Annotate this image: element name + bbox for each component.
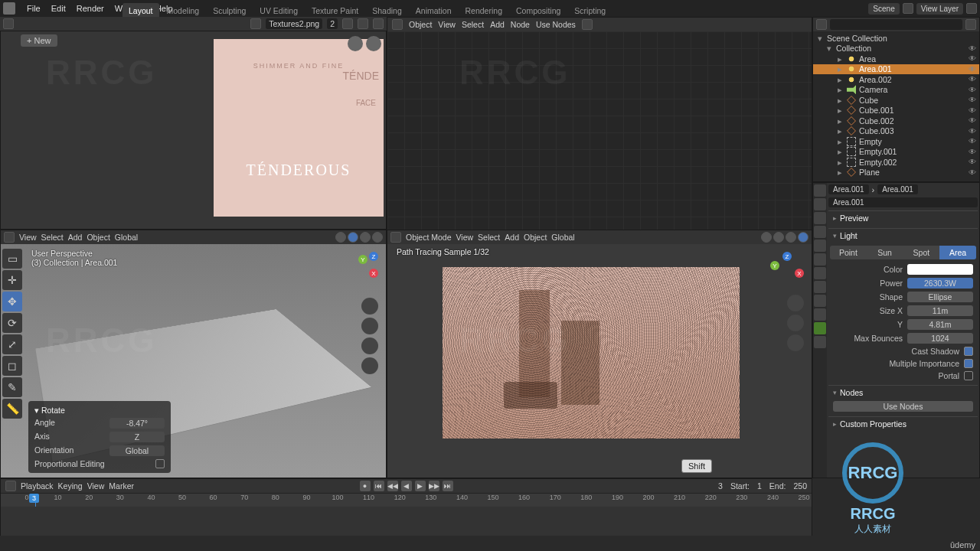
propedit-checkbox[interactable] bbox=[155, 459, 165, 468]
zoom-icon[interactable] bbox=[366, 36, 381, 51]
multiimp-checkbox[interactable] bbox=[964, 359, 973, 368]
camera-icon[interactable] bbox=[361, 337, 378, 354]
jump-start-icon[interactable]: ⏮ bbox=[374, 481, 384, 491]
axis-field[interactable]: Z bbox=[109, 432, 165, 442]
material-tab-icon[interactable] bbox=[814, 336, 826, 348]
unlink-icon[interactable] bbox=[342, 18, 353, 29]
crumb-data[interactable]: Area.001 bbox=[877, 184, 918, 194]
editor-type-icon[interactable] bbox=[392, 19, 403, 30]
datablock-field[interactable]: Area.001 bbox=[828, 197, 978, 207]
vp1-orientation[interactable]: Global bbox=[115, 233, 138, 242]
pin-icon[interactable] bbox=[582, 19, 593, 30]
tl-menu-view[interactable]: View bbox=[87, 481, 105, 491]
editor-type-icon[interactable] bbox=[4, 232, 15, 243]
outliner-item[interactable]: ▸Plane👁 bbox=[813, 168, 979, 178]
vp2-menu-add[interactable]: Add bbox=[505, 233, 519, 242]
playhead[interactable]: 3 bbox=[35, 494, 36, 507]
outliner-root[interactable]: ▾Scene Collection bbox=[813, 33, 979, 44]
new-scene-icon[interactable] bbox=[903, 3, 913, 14]
data-tab-icon[interactable] bbox=[814, 322, 826, 334]
pan-icon[interactable] bbox=[348, 36, 363, 51]
outliner-item[interactable]: ▸Camera👁 bbox=[813, 85, 979, 96]
pin-icon[interactable] bbox=[373, 18, 384, 29]
camera-icon[interactable] bbox=[787, 334, 804, 351]
sizex-field[interactable]: 11m bbox=[907, 305, 973, 316]
outliner-item[interactable]: ▸Area.001👁 bbox=[813, 64, 979, 75]
solid-shading-icon[interactable] bbox=[348, 232, 358, 243]
light-type-sun[interactable]: Sun bbox=[867, 246, 903, 259]
image-browse-icon[interactable] bbox=[250, 18, 261, 29]
power-field[interactable]: 2630.3W bbox=[907, 278, 973, 289]
bounces-field[interactable]: 1024 bbox=[907, 333, 973, 344]
outliner-item[interactable]: ▸Area👁 bbox=[813, 54, 979, 64]
pan-icon[interactable] bbox=[787, 315, 804, 331]
pan-icon[interactable] bbox=[361, 318, 378, 334]
wireframe-shading-icon[interactable] bbox=[761, 232, 772, 243]
color-swatch[interactable] bbox=[907, 264, 973, 275]
scene-selector[interactable]: Scene bbox=[868, 3, 899, 15]
output-tab-icon[interactable] bbox=[814, 198, 826, 210]
crumb-obj[interactable]: Area.001 bbox=[828, 184, 869, 194]
node-menu-add[interactable]: Add bbox=[490, 20, 505, 29]
editor-type-icon[interactable] bbox=[816, 19, 827, 30]
use-nodes-button[interactable]: Use Nodes bbox=[833, 401, 973, 412]
autokey-icon[interactable]: ● bbox=[360, 481, 371, 491]
tl-menu-playback[interactable]: Playback bbox=[21, 481, 54, 491]
node-menu-view[interactable]: View bbox=[438, 20, 456, 29]
angle-field[interactable]: -8.47° bbox=[109, 418, 165, 429]
current-frame-field[interactable]: 3 bbox=[718, 481, 723, 491]
filter-icon[interactable] bbox=[965, 19, 976, 30]
light-type-point[interactable]: Point bbox=[830, 246, 867, 259]
image-users[interactable]: 2 bbox=[327, 18, 338, 29]
editor-type-icon[interactable] bbox=[3, 18, 14, 29]
app-logo-icon[interactable] bbox=[3, 2, 15, 15]
outliner-collection[interactable]: ▾Collection👁 bbox=[813, 44, 979, 54]
move-tool-icon[interactable]: ✥ bbox=[2, 292, 22, 311]
tab-sculpting[interactable]: Sculpting bbox=[207, 3, 252, 18]
physics-tab-icon[interactable] bbox=[814, 295, 826, 307]
tab-animation[interactable]: Animation bbox=[410, 3, 458, 18]
editor-type-icon[interactable] bbox=[390, 232, 401, 243]
tab-modeling[interactable]: Modeling bbox=[161, 3, 206, 18]
light-type-area[interactable]: Area bbox=[939, 246, 976, 259]
cursor-tool-icon[interactable]: ✛ bbox=[2, 270, 22, 290]
tab-scripting[interactable]: Scripting bbox=[568, 3, 612, 18]
node-mode[interactable]: Object bbox=[409, 20, 432, 29]
vp2-canvas[interactable]: Path Tracing Sample 1/32 X Y Z Shift bbox=[387, 244, 812, 478]
timeline-ruler[interactable]: 3 01020304050607080901001101201301401501… bbox=[1, 493, 812, 507]
open-icon[interactable] bbox=[358, 18, 368, 29]
particles-tab-icon[interactable] bbox=[814, 281, 826, 293]
vp2-menu-view[interactable]: View bbox=[456, 233, 474, 242]
vp2-menu-select[interactable]: Select bbox=[478, 233, 500, 242]
rendered-shading-icon[interactable] bbox=[372, 232, 383, 243]
menu-file[interactable]: File bbox=[21, 2, 46, 15]
object-tab-icon[interactable] bbox=[814, 253, 826, 266]
tab-texpaint[interactable]: Texture Paint bbox=[305, 3, 364, 18]
outliner-item[interactable]: ▸Empty👁 bbox=[813, 136, 979, 147]
outliner-item[interactable]: ▸Empty.001👁 bbox=[813, 147, 979, 158]
outliner-item[interactable]: ▸Cube👁 bbox=[813, 95, 979, 106]
start-frame-field[interactable]: 1 bbox=[757, 481, 762, 491]
menu-edit[interactable]: Edit bbox=[46, 2, 71, 15]
world-tab-icon[interactable] bbox=[814, 240, 826, 252]
select-tool-icon[interactable]: ▭ bbox=[2, 249, 22, 269]
preview-panel-header[interactable]: Preview bbox=[828, 211, 978, 225]
wireframe-shading-icon[interactable] bbox=[335, 232, 346, 243]
rotate-operator-panel[interactable]: ▾ Rotate Angle-8.47° AxisZ OrientationGl… bbox=[28, 401, 171, 473]
vp2-menu-object[interactable]: Object bbox=[524, 233, 547, 242]
next-key-icon[interactable]: ▶▶ bbox=[429, 481, 439, 491]
outliner-search[interactable] bbox=[830, 19, 962, 30]
solid-shading-icon[interactable] bbox=[773, 232, 784, 243]
matprev-shading-icon[interactable] bbox=[786, 232, 796, 243]
vp1-canvas[interactable]: User Perspective (3) Collection | Area.0… bbox=[1, 244, 386, 478]
orient-field[interactable]: Global bbox=[109, 445, 165, 456]
new-viewlayer-icon[interactable] bbox=[966, 3, 977, 14]
vp1-menu-object[interactable]: Object bbox=[87, 233, 109, 242]
outliner-tree[interactable]: ▾Scene Collection ▾Collection👁 ▸Area👁▸Ar… bbox=[813, 31, 979, 179]
measure-tool-icon[interactable]: 📏 bbox=[2, 399, 22, 419]
scene-tab-icon[interactable] bbox=[814, 226, 826, 238]
outliner-item[interactable]: ▸Cube.002👁 bbox=[813, 116, 979, 126]
nav-gizmo[interactable]: X Y Z bbox=[767, 252, 804, 289]
tab-layout[interactable]: Layout bbox=[122, 3, 159, 18]
portal-checkbox[interactable] bbox=[964, 371, 973, 380]
